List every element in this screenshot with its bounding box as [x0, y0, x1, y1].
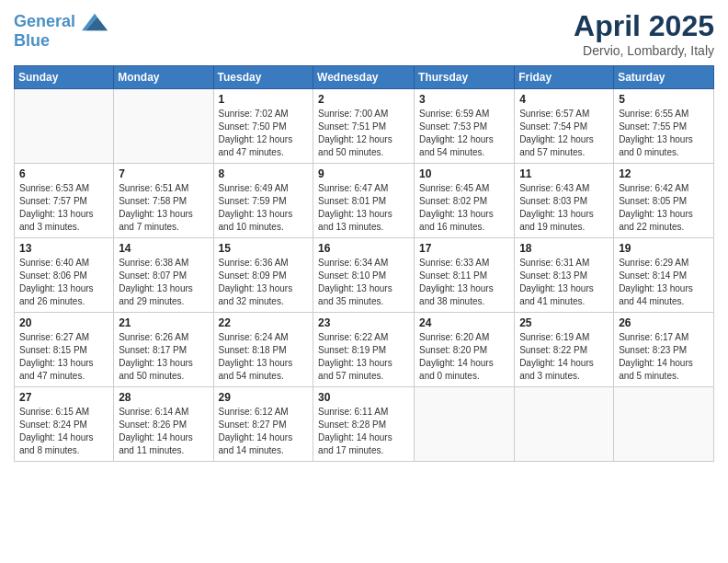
day-info: Sunrise: 6:31 AM Sunset: 8:13 PM Dayligh…: [519, 257, 609, 308]
calendar-cell: 29Sunrise: 6:12 AM Sunset: 8:27 PM Dayli…: [213, 387, 313, 462]
calendar-cell: 22Sunrise: 6:24 AM Sunset: 8:18 PM Dayli…: [213, 313, 313, 387]
calendar-cell: 13Sunrise: 6:40 AM Sunset: 8:06 PM Dayli…: [15, 238, 114, 313]
day-number: 3: [419, 93, 509, 106]
day-info: Sunrise: 6:15 AM Sunset: 8:24 PM Dayligh…: [19, 406, 108, 457]
day-info: Sunrise: 7:02 AM Sunset: 7:50 PM Dayligh…: [219, 108, 309, 159]
day-number: 25: [519, 316, 609, 329]
day-info: Sunrise: 6:11 AM Sunset: 8:28 PM Dayligh…: [318, 406, 409, 457]
calendar-cell: 20Sunrise: 6:27 AM Sunset: 8:15 PM Dayli…: [15, 313, 114, 387]
day-number: 14: [119, 242, 208, 255]
day-number: 7: [119, 167, 208, 180]
calendar-cell: [614, 387, 714, 462]
calendar-week-4: 20Sunrise: 6:27 AM Sunset: 8:15 PM Dayli…: [15, 313, 714, 387]
day-number: 4: [519, 93, 609, 106]
day-number: 27: [19, 391, 108, 404]
day-number: 13: [19, 242, 108, 255]
day-info: Sunrise: 6:36 AM Sunset: 8:09 PM Dayligh…: [219, 257, 309, 308]
calendar-week-5: 27Sunrise: 6:15 AM Sunset: 8:24 PM Dayli…: [15, 387, 714, 462]
day-number: 12: [619, 167, 709, 180]
calendar-cell: 16Sunrise: 6:34 AM Sunset: 8:10 PM Dayli…: [313, 238, 415, 313]
calendar-cell: 26Sunrise: 6:17 AM Sunset: 8:23 PM Dayli…: [614, 313, 714, 387]
day-number: 9: [318, 167, 409, 180]
day-info: Sunrise: 6:59 AM Sunset: 7:53 PM Dayligh…: [419, 108, 509, 159]
calendar-cell: 4Sunrise: 6:57 AM Sunset: 7:54 PM Daylig…: [515, 89, 614, 164]
calendar-cell: [15, 89, 114, 164]
calendar-cell: 23Sunrise: 6:22 AM Sunset: 8:19 PM Dayli…: [313, 313, 415, 387]
day-info: Sunrise: 6:57 AM Sunset: 7:54 PM Dayligh…: [519, 108, 609, 159]
day-number: 11: [519, 167, 609, 180]
day-number: 2: [318, 93, 409, 106]
calendar-cell: 11Sunrise: 6:43 AM Sunset: 8:03 PM Dayli…: [515, 164, 614, 238]
calendar-cell: 1Sunrise: 7:02 AM Sunset: 7:50 PM Daylig…: [213, 89, 313, 164]
subtitle: Dervio, Lombardy, Italy: [574, 43, 714, 58]
calendar-cell: [415, 387, 515, 462]
day-info: Sunrise: 6:22 AM Sunset: 8:19 PM Dayligh…: [318, 331, 409, 383]
day-info: Sunrise: 6:17 AM Sunset: 8:23 PM Dayligh…: [619, 331, 709, 383]
day-number: 24: [419, 316, 509, 329]
calendar-cell: 12Sunrise: 6:42 AM Sunset: 8:05 PM Dayli…: [614, 164, 714, 238]
day-number: 21: [119, 316, 208, 329]
calendar-cell: 18Sunrise: 6:31 AM Sunset: 8:13 PM Dayli…: [515, 238, 614, 313]
calendar-header-monday: Monday: [114, 66, 213, 89]
calendar-header-saturday: Saturday: [614, 66, 714, 89]
calendar-header-row: SundayMondayTuesdayWednesdayThursdayFrid…: [15, 66, 714, 89]
calendar-cell: [114, 89, 213, 164]
day-info: Sunrise: 6:40 AM Sunset: 8:06 PM Dayligh…: [19, 257, 108, 308]
day-info: Sunrise: 6:20 AM Sunset: 8:20 PM Dayligh…: [419, 331, 509, 383]
day-number: 8: [219, 167, 309, 180]
day-info: Sunrise: 6:34 AM Sunset: 8:10 PM Dayligh…: [318, 257, 409, 308]
day-info: Sunrise: 6:29 AM Sunset: 8:14 PM Dayligh…: [619, 257, 709, 308]
calendar-cell: 8Sunrise: 6:49 AM Sunset: 7:59 PM Daylig…: [213, 164, 313, 238]
calendar-cell: 21Sunrise: 6:26 AM Sunset: 8:17 PM Dayli…: [114, 313, 213, 387]
day-number: 5: [619, 93, 709, 106]
day-number: 19: [619, 242, 709, 255]
day-info: Sunrise: 6:38 AM Sunset: 8:07 PM Dayligh…: [119, 257, 208, 308]
calendar-week-1: 1Sunrise: 7:02 AM Sunset: 7:50 PM Daylig…: [15, 89, 714, 164]
calendar-cell: 25Sunrise: 6:19 AM Sunset: 8:22 PM Dayli…: [515, 313, 614, 387]
calendar-cell: 30Sunrise: 6:11 AM Sunset: 8:28 PM Dayli…: [313, 387, 415, 462]
calendar-cell: 5Sunrise: 6:55 AM Sunset: 7:55 PM Daylig…: [614, 89, 714, 164]
calendar-header-tuesday: Tuesday: [213, 66, 313, 89]
calendar-cell: 27Sunrise: 6:15 AM Sunset: 8:24 PM Dayli…: [15, 387, 114, 462]
day-info: Sunrise: 6:47 AM Sunset: 8:01 PM Dayligh…: [318, 182, 409, 234]
day-info: Sunrise: 7:00 AM Sunset: 7:51 PM Dayligh…: [318, 108, 409, 159]
day-number: 22: [219, 316, 309, 329]
day-number: 16: [318, 242, 409, 255]
calendar-cell: 7Sunrise: 6:51 AM Sunset: 7:58 PM Daylig…: [114, 164, 213, 238]
day-info: Sunrise: 6:26 AM Sunset: 8:17 PM Dayligh…: [119, 331, 208, 383]
calendar-cell: 17Sunrise: 6:33 AM Sunset: 8:11 PM Dayli…: [415, 238, 515, 313]
day-info: Sunrise: 6:53 AM Sunset: 7:57 PM Dayligh…: [19, 182, 108, 234]
day-info: Sunrise: 6:19 AM Sunset: 8:22 PM Dayligh…: [519, 331, 609, 383]
day-info: Sunrise: 6:42 AM Sunset: 8:05 PM Dayligh…: [619, 182, 709, 234]
day-info: Sunrise: 6:49 AM Sunset: 7:59 PM Dayligh…: [219, 182, 309, 234]
calendar-header-friday: Friday: [515, 66, 614, 89]
day-number: 28: [119, 391, 208, 404]
calendar-cell: [515, 387, 614, 462]
calendar-body: 1Sunrise: 7:02 AM Sunset: 7:50 PM Daylig…: [15, 89, 714, 462]
day-info: Sunrise: 6:33 AM Sunset: 8:11 PM Dayligh…: [419, 257, 509, 308]
day-number: 20: [19, 316, 108, 329]
calendar-header-wednesday: Wednesday: [313, 66, 415, 89]
day-number: 29: [219, 391, 309, 404]
day-info: Sunrise: 6:55 AM Sunset: 7:55 PM Dayligh…: [619, 108, 709, 159]
calendar-week-3: 13Sunrise: 6:40 AM Sunset: 8:06 PM Dayli…: [15, 238, 714, 313]
day-number: 17: [419, 242, 509, 255]
calendar-cell: 14Sunrise: 6:38 AM Sunset: 8:07 PM Dayli…: [114, 238, 213, 313]
calendar-cell: 15Sunrise: 6:36 AM Sunset: 8:09 PM Dayli…: [213, 238, 313, 313]
calendar-header-sunday: Sunday: [15, 66, 114, 89]
month-title: April 2025: [574, 9, 714, 43]
calendar-cell: 3Sunrise: 6:59 AM Sunset: 7:53 PM Daylig…: [415, 89, 515, 164]
day-info: Sunrise: 6:24 AM Sunset: 8:18 PM Dayligh…: [219, 331, 309, 383]
day-info: Sunrise: 6:27 AM Sunset: 8:15 PM Dayligh…: [19, 331, 108, 383]
calendar-table: SundayMondayTuesdayWednesdayThursdayFrid…: [14, 65, 714, 462]
day-info: Sunrise: 6:51 AM Sunset: 7:58 PM Dayligh…: [119, 182, 208, 234]
calendar-cell: 9Sunrise: 6:47 AM Sunset: 8:01 PM Daylig…: [313, 164, 415, 238]
calendar-cell: 6Sunrise: 6:53 AM Sunset: 7:57 PM Daylig…: [15, 164, 114, 238]
day-number: 18: [519, 242, 609, 255]
calendar-cell: 10Sunrise: 6:45 AM Sunset: 8:02 PM Dayli…: [415, 164, 515, 238]
day-number: 26: [619, 316, 709, 329]
day-info: Sunrise: 6:12 AM Sunset: 8:27 PM Dayligh…: [219, 406, 309, 457]
calendar-cell: 19Sunrise: 6:29 AM Sunset: 8:14 PM Dayli…: [614, 238, 714, 313]
day-info: Sunrise: 6:45 AM Sunset: 8:02 PM Dayligh…: [419, 182, 509, 234]
day-number: 30: [318, 391, 409, 404]
